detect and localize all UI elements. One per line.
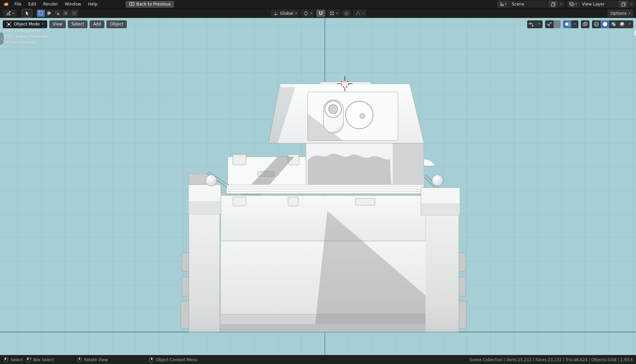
menu-view-label: View — [53, 22, 62, 27]
pivot-point-dropdown[interactable]: ▾ — [301, 10, 314, 17]
back-to-previous-button[interactable]: Back to Previous — [126, 1, 174, 8]
editor-type-button[interactable]: ▾ — [3, 10, 17, 17]
falloff-curve-icon — [356, 11, 361, 15]
hint-select-label: Select — [11, 357, 23, 362]
scene-stats: Scene Collection | Verts:25,212 | Faces:… — [470, 357, 633, 362]
chevron-down-icon: ▾ — [310, 12, 312, 15]
shading-rendered-button[interactable] — [618, 20, 626, 28]
eye-cursor-icon — [529, 22, 534, 27]
duplicate-pages-icon — [621, 2, 626, 7]
select-mode-extend-button[interactable] — [45, 10, 53, 17]
xray-icon — [583, 22, 588, 27]
proportional-falloff-dropdown[interactable]: ▾ — [353, 10, 367, 17]
hint-context-menu: Object Context Menu — [149, 357, 197, 362]
select-mode-invert-button[interactable] — [62, 10, 70, 17]
hint-box-select-label: Box Select — [33, 357, 54, 362]
hint-select: Select — [4, 357, 23, 362]
viewport-3d[interactable]: Object Mode ▾ View Select Add Object — [0, 18, 636, 355]
shading-material-button[interactable] — [609, 20, 618, 28]
select-mode-subtract-button[interactable] — [53, 10, 62, 17]
view-layer-remove-button[interactable]: × — [628, 1, 635, 8]
hint-rotate-view-label: Rotate View — [84, 357, 108, 362]
select-set-icon — [39, 11, 43, 15]
active-tool-select-box-button[interactable] — [22, 9, 32, 18]
shading-group: ▾ — [592, 20, 633, 28]
orientation-axes-icon — [273, 11, 278, 16]
shading-wireframe-button[interactable] — [592, 20, 601, 28]
gizmo-dropdown-button[interactable] — [554, 20, 561, 28]
material-sphere-icon — [611, 21, 616, 27]
transform-orientation-dropdown[interactable]: Global ▾ — [271, 10, 299, 17]
show-overlays-button[interactable] — [563, 20, 572, 28]
visibility-dropdown-button[interactable]: ▾ — [536, 20, 543, 28]
view-name-label: Front Orthographic — [3, 28, 48, 34]
proportional-editing-toggle[interactable] — [342, 10, 351, 17]
chevron-down-icon: ▾ — [629, 23, 630, 25]
toolbar-collapse-tab[interactable]: ‹ — [0, 32, 4, 45]
mode-label: Object Mode — [14, 22, 40, 27]
chevron-down-icon: ▾ — [575, 3, 577, 6]
menu-select[interactable]: Select — [68, 20, 88, 28]
overlays-dropdown-button[interactable]: ▾ — [572, 20, 578, 28]
middle-mouse-icon — [78, 357, 81, 362]
scene-new-button[interactable] — [549, 1, 557, 8]
menu-file[interactable]: File — [11, 0, 25, 8]
viewport-canvas[interactable] — [0, 18, 636, 355]
menu-object[interactable]: Object — [106, 20, 127, 28]
chevron-down-icon: ▾ — [629, 12, 630, 15]
snap-toggle-button[interactable] — [316, 10, 325, 17]
topbar-right-cluster: ▾ Scene × ▾ View Layer — [497, 1, 635, 8]
visibility-group: ▾ — [527, 20, 543, 28]
view-layer-browse-button[interactable]: ▾ — [567, 1, 578, 8]
chevron-down-icon: ▾ — [336, 12, 338, 15]
view-layer-selector: ▾ View Layer × — [567, 1, 635, 8]
chevron-down-icon: ▾ — [12, 12, 13, 15]
scene-browse-button[interactable]: ▾ — [497, 1, 508, 8]
hint-box-select: Box Select — [27, 357, 54, 362]
wireframe-sphere-icon — [594, 21, 599, 27]
select-mode-intersect-button[interactable] — [70, 10, 78, 17]
topbar: File Edit Render Window Help Back to Pre… — [0, 0, 636, 8]
options-dropdown[interactable]: Options ▾ — [607, 10, 633, 17]
menu-edit[interactable]: Edit — [25, 0, 40, 8]
left-mouse-icon — [4, 357, 8, 362]
show-gizmo-button[interactable] — [545, 20, 554, 28]
hint-context-menu-label: Object Context Menu — [156, 357, 197, 362]
menu-help[interactable]: Help — [84, 0, 101, 8]
viewport-header-right: ▾ — [527, 20, 633, 28]
orientation-label: Global — [280, 11, 293, 16]
xray-group — [581, 20, 589, 28]
scene-unlink-button[interactable]: × — [557, 1, 564, 8]
magnet-icon — [318, 11, 323, 16]
menu-add[interactable]: Add — [90, 20, 104, 28]
select-subtract-icon — [55, 11, 60, 15]
duplicate-pages-icon — [551, 2, 555, 7]
menu-window[interactable]: Window — [61, 0, 84, 8]
view-layer-name-field[interactable]: View Layer — [578, 1, 619, 8]
menu-view[interactable]: View — [49, 20, 66, 28]
shading-dropdown-button[interactable]: ▾ — [626, 20, 633, 28]
chevron-down-icon: ▾ — [295, 12, 297, 15]
view-layer-icon — [569, 2, 574, 7]
select-invert-icon — [63, 11, 68, 15]
view-layer-new-button[interactable] — [619, 1, 628, 8]
collapse-left-icon: ‹ — [1, 37, 3, 41]
menu-render[interactable]: Render — [40, 0, 61, 8]
left-mouse-drag-icon — [27, 357, 30, 362]
scene-name-field[interactable]: Scene — [508, 1, 549, 8]
shading-solid-button[interactable] — [601, 20, 609, 28]
object-visibility-button[interactable] — [527, 20, 536, 28]
select-intersect-icon — [72, 11, 76, 15]
right-mouse-icon — [149, 357, 153, 362]
gizmo-group — [545, 20, 561, 28]
select-mode-group — [37, 10, 78, 17]
viewport-header: Object Mode ▾ View Select Add Object — [0, 19, 636, 29]
editor-corner-handle[interactable] — [634, 30, 636, 36]
hint-rotate-view: Rotate View — [78, 357, 108, 362]
select-mode-set-button[interactable] — [37, 10, 45, 17]
overlays-group: ▾ — [563, 20, 578, 28]
blender-logo-icon[interactable] — [3, 2, 9, 7]
mode-dropdown[interactable]: Object Mode ▾ — [3, 20, 47, 28]
toggle-xray-button[interactable] — [581, 20, 589, 28]
snap-target-dropdown[interactable]: ▾ — [327, 10, 340, 17]
